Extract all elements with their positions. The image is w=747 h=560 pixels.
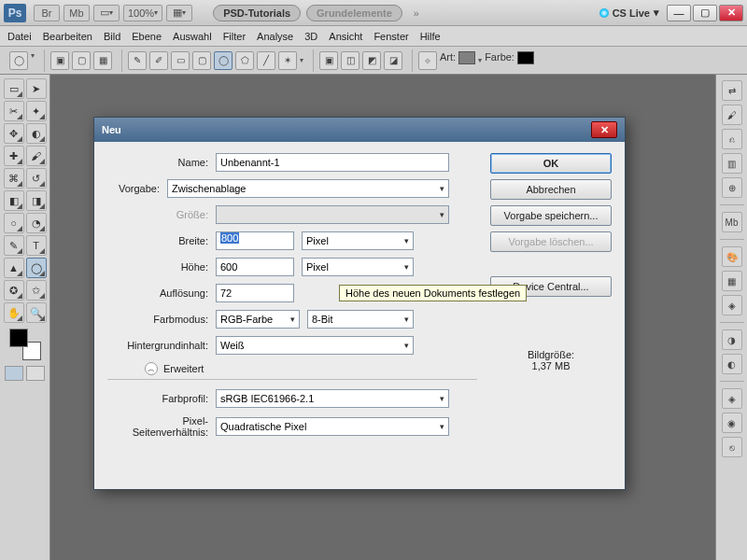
roundrect-shape-icon[interactable]: ▢ [192, 51, 211, 70]
width-input[interactable]: 800 [216, 231, 294, 250]
advanced-toggle[interactable]: ︿ Erweitert [145, 362, 477, 375]
chevron-up-icon: ︿ [145, 362, 158, 375]
eraser-tool-icon[interactable]: ◧ [4, 190, 24, 211]
zoom-dropdown[interactable]: 100% [123, 5, 162, 21]
link-style-icon[interactable]: ⟐ [418, 51, 437, 70]
fg-bg-swatch[interactable] [9, 329, 41, 360]
bgcontent-dropdown[interactable]: Weiß [216, 336, 414, 355]
profile-dropdown[interactable]: sRGB IEC61966-2.1 [216, 389, 449, 408]
dialog-close-button[interactable]: ✕ [591, 121, 617, 138]
custom-shape-icon[interactable]: ✶ [278, 51, 297, 70]
brush-tool-icon[interactable]: 🖌 [26, 146, 47, 166]
blur-tool-icon[interactable]: ○ [4, 213, 24, 233]
combine-subtract-icon[interactable]: ◫ [341, 51, 359, 70]
menu-bild[interactable]: Bild [104, 31, 120, 42]
panel-color-icon[interactable]: 🎨 [722, 246, 742, 267]
combine-exclude-icon[interactable]: ◪ [384, 51, 402, 70]
move-tool-icon[interactable]: ▭ [4, 78, 24, 99]
panel-paths-icon[interactable]: ⎋ [722, 437, 742, 457]
color-swatch[interactable] [517, 51, 534, 64]
height-input[interactable] [216, 258, 294, 276]
minimize-button[interactable]: — [667, 5, 691, 21]
menu-fenster[interactable]: Fenster [374, 31, 408, 42]
panel-adjustments-icon[interactable]: ⇄ [722, 80, 742, 101]
close-button[interactable]: ✕ [719, 5, 743, 21]
combine-intersect-icon[interactable]: ◩ [362, 51, 381, 70]
lasso-tool-icon[interactable]: ✂ [4, 101, 24, 121]
shape-layers-icon[interactable]: ▣ [50, 51, 69, 70]
panel-measure-icon[interactable]: ⊕ [722, 177, 742, 198]
panel-masks-icon[interactable]: ◑ [722, 329, 742, 350]
ellipse-shape-icon[interactable]: ◯ [214, 51, 233, 70]
bitdepth-dropdown[interactable]: 8-Bit [307, 310, 414, 329]
menu-datei[interactable]: Datei [7, 31, 32, 42]
preset-dropdown[interactable]: Zwischenablage [167, 179, 449, 198]
dodge-tool-icon[interactable]: ◔ [26, 213, 47, 233]
par-dropdown[interactable]: Quadratische Pixel [216, 417, 449, 436]
pen-mode-icon[interactable]: ✎ [128, 51, 147, 70]
cancel-button[interactable]: Abbrechen [490, 179, 612, 200]
current-tool-icon[interactable]: ◯ [9, 51, 28, 70]
save-preset-button[interactable]: Vorgabe speichern... [490, 205, 612, 226]
wand-tool-icon[interactable]: ✦ [26, 101, 47, 121]
menu-hilfe[interactable]: Hilfe [420, 31, 441, 42]
crop-tool-icon[interactable]: ✥ [4, 123, 24, 144]
gradient-tool-icon[interactable]: ◨ [26, 190, 47, 211]
3d-camera-icon[interactable]: ✩ [26, 280, 47, 301]
fg-color-icon[interactable] [9, 329, 28, 347]
workspace-tab[interactable]: Grundelemente [306, 5, 402, 21]
zoom-tool-icon[interactable]: 🔍 [26, 302, 47, 323]
menu-3d[interactable]: 3D [304, 31, 317, 42]
stamp-tool-icon[interactable]: ⌘ [4, 168, 24, 189]
menu-auswahl[interactable]: Auswahl [173, 31, 212, 42]
panel-layer-icon[interactable]: ▥ [722, 153, 742, 174]
freeform-pen-icon[interactable]: ✐ [149, 51, 168, 70]
panel-swatches-icon[interactable]: ▦ [722, 271, 742, 291]
panel-brushes-icon[interactable]: 🖌 [722, 105, 742, 125]
menu-ansicht[interactable]: Ansicht [329, 31, 362, 42]
colormode-dropdown[interactable]: RGB-Farbe [216, 310, 300, 329]
workspace-tab-active[interactable]: PSD-Tutorials [213, 5, 301, 21]
screenmode-dropdown[interactable]: ▭ [93, 5, 120, 21]
type-tool-icon[interactable]: T [26, 235, 47, 256]
rect-shape-icon[interactable]: ▭ [171, 51, 190, 70]
history-brush-icon[interactable]: ↺ [26, 168, 47, 189]
polygon-shape-icon[interactable]: ⬠ [235, 51, 254, 70]
panel-mb-icon[interactable]: Mb [722, 212, 742, 232]
panel-clonesource-icon[interactable]: ⎌ [722, 129, 742, 149]
style-swatch[interactable] [458, 51, 475, 64]
quickmask-mode-icon[interactable] [26, 366, 45, 381]
pen-tool-icon[interactable]: ✎ [4, 235, 24, 256]
3d-tool-icon[interactable]: ✪ [4, 280, 24, 301]
workspace-more-icon[interactable]: » [414, 7, 419, 19]
hand-tool-icon[interactable]: ✋ [4, 302, 24, 323]
standard-mode-icon[interactable] [5, 366, 23, 381]
panel-layers-icon[interactable]: ◈ [722, 388, 742, 409]
paths-icon[interactable]: ▢ [72, 51, 91, 70]
height-unit-dropdown[interactable]: Pixel [302, 258, 414, 276]
cs-live-button[interactable]: CS Live ▾ [599, 7, 659, 19]
menu-analyse[interactable]: Analyse [257, 31, 293, 42]
ok-button[interactable]: OK [490, 153, 612, 174]
menu-ebene[interactable]: Ebene [132, 31, 162, 42]
arrange-dropdown[interactable]: ▦ [166, 5, 192, 21]
width-unit-dropdown[interactable]: Pixel [302, 231, 414, 250]
bridge-button[interactable]: Br [34, 5, 60, 21]
eyedropper-tool-icon[interactable]: ◐ [26, 123, 47, 144]
panel-channels-icon[interactable]: ◉ [722, 413, 742, 433]
combine-add-icon[interactable]: ▣ [319, 51, 338, 70]
name-input[interactable] [216, 153, 449, 172]
panel-styles-icon[interactable]: ◈ [722, 295, 742, 315]
maximize-button[interactable]: ▢ [693, 5, 717, 21]
arrow-tool-icon[interactable]: ➤ [26, 78, 47, 99]
menu-filter[interactable]: Filter [223, 31, 246, 42]
minibridge-button[interactable]: Mb [63, 5, 90, 21]
heal-tool-icon[interactable]: ✚ [4, 146, 24, 166]
menu-bearbeiten[interactable]: Bearbeiten [43, 31, 92, 42]
shape-tool-icon[interactable]: ◯ [26, 258, 47, 278]
path-select-icon[interactable]: ▲ [4, 258, 24, 278]
panel-adjust2-icon[interactable]: ◐ [722, 354, 742, 374]
line-shape-icon[interactable]: ╱ [257, 51, 275, 70]
fill-pixels-icon[interactable]: ▦ [93, 51, 112, 70]
resolution-input[interactable] [216, 284, 294, 302]
